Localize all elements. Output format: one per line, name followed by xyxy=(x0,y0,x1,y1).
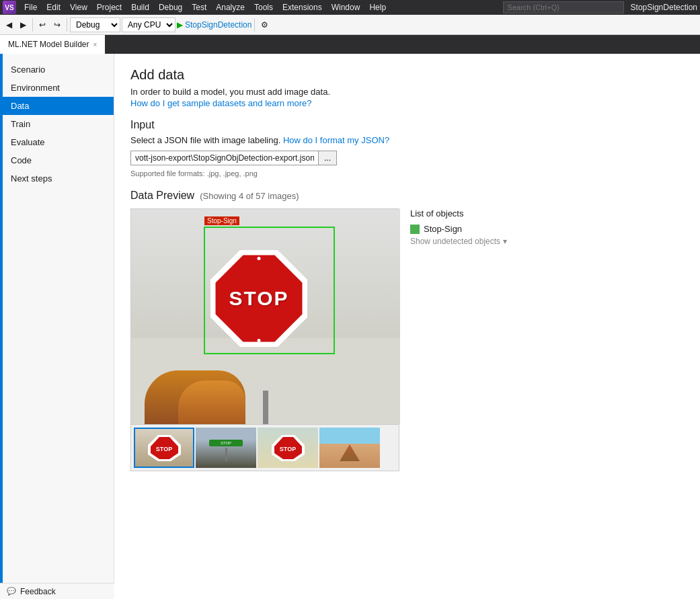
sidebar-item-code[interactable]: Code xyxy=(0,151,114,169)
data-preview-count: (Showing 4 of 57 images) xyxy=(200,191,299,201)
feedback-label: Feedback xyxy=(20,587,56,596)
chevron-down-icon: ▾ xyxy=(503,237,507,246)
thumbnail-strip: STOP STOP xyxy=(131,424,399,471)
content-area: Add data In order to build a model, you … xyxy=(114,54,700,599)
menu-analyze[interactable]: Analyze xyxy=(212,1,249,13)
sidebar: Scenario Environment Data Train Evaluate… xyxy=(0,54,114,599)
run-icon: ▶ xyxy=(177,20,183,30)
menu-edit[interactable]: Edit xyxy=(42,1,65,13)
data-preview-header: Data Preview (Showing 4 of 57 images) xyxy=(130,190,684,202)
thumbnail-2[interactable]: STOP xyxy=(196,428,256,468)
menu-build[interactable]: Build xyxy=(127,1,153,13)
blue-accent-bar xyxy=(0,54,3,599)
app-title: StopSignDetection xyxy=(631,3,697,12)
show-undetected-button[interactable]: Show undetected objects ▾ xyxy=(410,237,518,246)
input-section-title: Input xyxy=(130,119,684,131)
menu-extensions[interactable]: Extensions xyxy=(278,1,326,13)
thumbnail-3[interactable]: STOP xyxy=(258,428,318,468)
input-description: Select a JSON file with image labeling. … xyxy=(130,135,684,145)
run-label: StopSignDetection xyxy=(185,20,251,30)
sidebar-item-scenario[interactable]: Scenario xyxy=(0,61,114,79)
sidebar-item-data[interactable]: Data xyxy=(0,97,114,115)
browse-button[interactable]: ... xyxy=(319,151,337,165)
thumbnail-1[interactable]: STOP xyxy=(134,428,194,468)
toolbar: ◀ ▶ ↩ ↪ Debug Release Any CPU x64 ▶ Stop… xyxy=(0,15,700,35)
toolbar-sep-3 xyxy=(254,18,255,32)
sign-pole xyxy=(263,391,268,424)
menu-help[interactable]: Help xyxy=(365,1,390,13)
main-image-container[interactable]: STOP Stop-Sign xyxy=(131,209,400,424)
page-title: Add data xyxy=(130,67,684,83)
file-path-input[interactable] xyxy=(130,151,319,165)
autumn-tree-2 xyxy=(178,381,245,424)
image-viewer: STOP Stop-Sign xyxy=(130,208,399,471)
object-list-title: List of objects xyxy=(410,208,518,218)
debug-config-select[interactable]: Debug Release xyxy=(70,17,120,32)
sidebar-item-environment[interactable]: Environment xyxy=(0,79,114,97)
vs-logo-icon: VS xyxy=(3,1,16,14)
bounding-box: Stop-Sign xyxy=(204,227,335,354)
supported-formats-text: Supported file formats: .jpg, .jpeg, .pn… xyxy=(130,169,684,177)
thumbnail-4[interactable] xyxy=(319,428,380,468)
sidebar-item-evaluate[interactable]: Evaluate xyxy=(0,133,114,151)
mountain xyxy=(340,444,360,461)
sign-1: STOP xyxy=(209,440,243,446)
tab-close-icon[interactable]: × xyxy=(93,41,98,48)
menu-debug[interactable]: Debug xyxy=(155,1,186,13)
tab-model-builder[interactable]: ML.NET Model Builder × xyxy=(0,35,106,54)
thumb1-svg: STOP xyxy=(146,433,183,463)
thumb4-content xyxy=(319,428,380,468)
menu-bar: VS File Edit View Project Build Debug Te… xyxy=(0,0,700,15)
pole xyxy=(225,448,227,461)
platform-select[interactable]: Any CPU x64 xyxy=(122,17,176,32)
object-item-stop-sign: Stop-Sign xyxy=(410,224,518,234)
sidebar-item-next-steps[interactable]: Next steps xyxy=(0,169,114,188)
toolbar-sep-2 xyxy=(67,18,67,32)
tab-bar: ML.NET Model Builder × xyxy=(0,35,700,54)
bbox-label: Stop-Sign xyxy=(204,216,239,225)
feedback-bar[interactable]: 💬 Feedback xyxy=(0,583,114,599)
undo-button[interactable]: ↩ xyxy=(36,18,49,32)
json-format-link[interactable]: How do I format my JSON? xyxy=(283,135,389,145)
page-subtitle: In order to build a model, you must add … xyxy=(130,87,684,97)
show-undetected-label: Show undetected objects xyxy=(410,237,500,246)
back-button[interactable]: ◀ xyxy=(3,18,15,32)
sample-datasets-link[interactable]: How do I get sample datasets and learn m… xyxy=(130,98,312,108)
forward-button[interactable]: ▶ xyxy=(17,18,30,32)
search-input[interactable] xyxy=(503,1,624,13)
thumb3-svg: STOP xyxy=(270,433,307,463)
toolbar-extra-1[interactable]: ⚙ xyxy=(258,18,272,32)
redo-button[interactable]: ↪ xyxy=(50,18,64,32)
menu-file[interactable]: File xyxy=(20,1,41,13)
toolbar-sep-1 xyxy=(32,18,33,32)
svg-text:STOP: STOP xyxy=(279,446,295,452)
main-layout: Scenario Environment Data Train Evaluate… xyxy=(0,54,700,599)
preview-area: STOP Stop-Sign xyxy=(130,208,684,471)
feedback-icon: 💬 xyxy=(7,587,16,596)
stop-sign-name: Stop-Sign xyxy=(424,224,462,234)
object-list-panel: List of objects Stop-Sign Show undetecte… xyxy=(410,208,518,246)
menu-view[interactable]: View xyxy=(66,1,91,13)
menu-tools[interactable]: Tools xyxy=(250,1,277,13)
stop-sign-color-box xyxy=(410,225,420,234)
sidebar-item-train[interactable]: Train xyxy=(0,115,114,133)
menu-project[interactable]: Project xyxy=(93,1,126,13)
menu-test[interactable]: Test xyxy=(188,1,210,13)
svg-text:STOP: STOP xyxy=(155,446,171,452)
run-button[interactable]: ▶ StopSignDetection xyxy=(177,20,251,30)
menu-window[interactable]: Window xyxy=(327,1,364,13)
tab-label: ML.NET Model Builder xyxy=(8,40,89,49)
data-preview-title: Data Preview xyxy=(130,190,194,202)
file-input-row: ... xyxy=(130,151,684,165)
thumb2-content: STOP xyxy=(209,434,243,461)
